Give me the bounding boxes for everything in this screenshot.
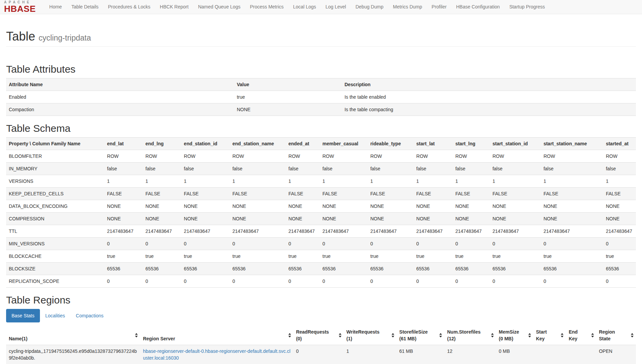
- nav-item-procedures-locks[interactable]: Procedures & Locks: [103, 0, 155, 14]
- sort-icon[interactable]: [528, 333, 531, 337]
- schema-property-value: NONE: [490, 200, 541, 212]
- tab-localities[interactable]: Localities: [40, 309, 70, 322]
- regions-column-sublabel: (0): [296, 336, 302, 341]
- regions-column-header-readrequests-0[interactable]: ReadRequests(0): [293, 326, 344, 345]
- schema-property-value: 1: [104, 175, 143, 187]
- schema-property-value: 0: [286, 237, 319, 250]
- attributes-header-row: Attribute NameValueDescription: [6, 78, 636, 91]
- schema-property-value: NONE: [181, 200, 229, 212]
- regions-tabs: Base StatsLocalitiesCompactions: [6, 309, 636, 322]
- sort-icon[interactable]: [561, 333, 563, 337]
- schema-property-value: 0: [181, 237, 229, 250]
- schema-property-value: 0: [541, 275, 603, 287]
- sort-down-arrow: [339, 336, 341, 337]
- regions-column-label: End: [569, 329, 577, 335]
- schema-row-data-block-encoding: DATA_BLOCK_ENCODINGNONENONENONENONENONEN…: [6, 200, 636, 212]
- regions-column-header-name-1[interactable]: Name(1): [6, 326, 140, 345]
- schema-property-value: false: [452, 162, 490, 175]
- top-navbar: APACHE HBASE HomeTable DetailsProcedures…: [0, 0, 642, 14]
- region-mem-size: 0 MB: [496, 345, 533, 364]
- regions-table-body: cycling-tripdata,,1719475156245.e95d0a13…: [6, 345, 636, 364]
- nav-item-startup-progress[interactable]: Startup Progress: [505, 0, 550, 14]
- nav-item-home[interactable]: Home: [45, 0, 67, 14]
- regions-table: Name(1)Region ServerReadRequests(0)Write…: [6, 326, 636, 364]
- schema-property-value: NONE: [414, 212, 452, 225]
- tab-compactions[interactable]: Compactions: [70, 309, 109, 322]
- schema-property-value: 65536: [104, 262, 143, 275]
- schema-property-value: NONE: [452, 212, 490, 225]
- regions-column-header-regionstate[interactable]: RegionState: [596, 326, 636, 345]
- schema-property-name: TTL: [6, 225, 104, 237]
- regions-column-label: MemSize: [499, 329, 519, 335]
- schema-property-value: 2147483647: [286, 225, 319, 237]
- schema-property-value: 2147483647: [181, 225, 229, 237]
- schema-property-header: Property \ Column Family Name: [6, 137, 104, 150]
- regions-column-header-startkey[interactable]: StartKey: [533, 326, 566, 345]
- nav-item-debug-dump[interactable]: Debug Dump: [351, 0, 388, 14]
- schema-property-value: NONE: [104, 200, 143, 212]
- hbase-logo[interactable]: APACHE HBASE: [3, 0, 37, 14]
- nav-item-hbase-configuration[interactable]: HBase Configuration: [451, 0, 505, 14]
- regions-column-sublabel: (61 MB): [399, 336, 417, 341]
- nav-item-table-details[interactable]: Table Details: [67, 0, 103, 14]
- schema-column-family-end-lat: end_lat: [104, 137, 143, 150]
- schema-property-value: 65536: [452, 262, 490, 275]
- sort-icon[interactable]: [392, 333, 394, 337]
- sort-icon[interactable]: [491, 333, 494, 337]
- regions-column-sublabel: (12): [447, 336, 456, 341]
- sort-down-arrow: [135, 336, 138, 337]
- schema-column-family-rideable-type: rideable_type: [368, 137, 414, 150]
- sort-icon[interactable]: [135, 333, 138, 337]
- schema-property-value: NONE: [490, 212, 541, 225]
- nav-item-log-level[interactable]: Log Level: [321, 0, 351, 14]
- schema-property-value: 65536: [230, 262, 286, 275]
- tab-base-stats[interactable]: Base Stats: [6, 309, 40, 322]
- schema-property-value: 0: [452, 237, 490, 250]
- schema-property-value: 2147483647: [104, 225, 143, 237]
- schema-property-value: 1: [286, 175, 319, 187]
- schema-property-value: 1: [181, 175, 229, 187]
- schema-property-value: ROW: [320, 150, 368, 162]
- schema-row-compression: COMPRESSIONNONENONENONENONENONENONENONEN…: [6, 212, 636, 225]
- schema-heading: Table Schema: [6, 123, 636, 134]
- attributes-heading: Table Attributes: [6, 64, 636, 75]
- schema-row-keep-deleted-cells: KEEP_DELETED_CELLSFALSEFALSEFALSEFALSEFA…: [6, 187, 636, 200]
- regions-column-header-writerequests-1[interactable]: WriteRequests(1): [344, 326, 397, 345]
- regions-column-label: StorefileSize: [399, 329, 428, 335]
- schema-property-value: true: [414, 250, 452, 262]
- sort-up-arrow: [339, 333, 341, 335]
- regions-column-header-memsize-0-mb[interactable]: MemSize(0 MB): [496, 326, 533, 345]
- nav-item-metrics-dump[interactable]: Metrics Dump: [388, 0, 427, 14]
- sort-icon[interactable]: [631, 333, 634, 337]
- schema-property-value: 2147483647: [143, 225, 181, 237]
- schema-property-value: NONE: [452, 200, 490, 212]
- regions-column-header-num-storefiles-12[interactable]: Num.Storefiles(12): [444, 326, 496, 345]
- regions-header-row: Name(1)Region ServerReadRequests(0)Write…: [6, 326, 636, 345]
- sort-icon[interactable]: [591, 333, 594, 337]
- schema-property-value: ROW: [143, 150, 181, 162]
- schema-property-value: 65536: [414, 262, 452, 275]
- schema-property-value: 0: [320, 237, 368, 250]
- sort-icon[interactable]: [339, 333, 341, 337]
- nav-item-named-queue-logs[interactable]: Named Queue Logs: [193, 0, 245, 14]
- schema-table-body: Property \ Column Family Nameend_latend_…: [6, 137, 636, 287]
- region-name: cycling-tripdata,,1719475156245.e95d0a13…: [6, 345, 140, 364]
- sort-icon[interactable]: [288, 333, 291, 337]
- schema-property-value: 0: [414, 275, 452, 287]
- schema-property-value: 1: [452, 175, 490, 187]
- nav-item-local-logs[interactable]: Local Logs: [288, 0, 321, 14]
- sort-up-arrow: [392, 333, 394, 335]
- nav-item-process-metrics[interactable]: Process Metrics: [245, 0, 288, 14]
- regions-column-header-region-server[interactable]: Region Server: [140, 326, 293, 345]
- sort-icon[interactable]: [439, 333, 442, 337]
- nav-item-hbck-report[interactable]: HBCK Report: [155, 0, 193, 14]
- regions-column-header-storefilesize-61-mb[interactable]: StorefileSize(61 MB): [397, 326, 444, 345]
- region-server-link[interactable]: hbase-regionserver-default-0.hbase-regio…: [143, 348, 290, 361]
- attributes-column-header: Value: [234, 78, 342, 91]
- schema-property-value: false: [541, 162, 603, 175]
- regions-column-header-endkey[interactable]: EndKey: [566, 326, 596, 345]
- attribute-row: CompactionNONEIs the table compacting: [6, 103, 636, 116]
- schema-row-versions: VERSIONS111111111111: [6, 175, 636, 187]
- schema-property-name: COMPRESSION: [6, 212, 104, 225]
- nav-item-profiler[interactable]: Profiler: [427, 0, 451, 14]
